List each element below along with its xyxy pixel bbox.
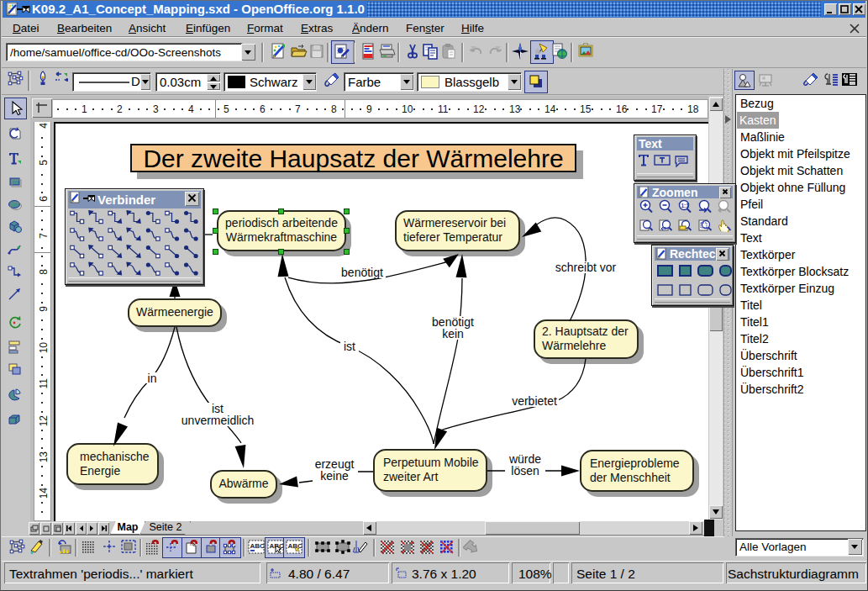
svg-text:1:1: 1:1: [681, 203, 690, 208]
svg-text:ABC: ABC: [250, 542, 266, 550]
